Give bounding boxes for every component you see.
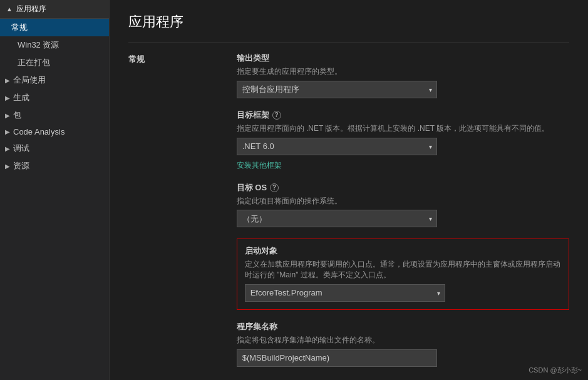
sidebar-group-arrow: ▶ — [5, 163, 10, 170]
sidebar-item-debug[interactable]: ▶ 调试 — [0, 140, 109, 157]
target-framework-wrapper: .NET 6.0 .NET 5.0 .NET Core 3.1 ▾ — [237, 138, 437, 155]
divider — [128, 43, 569, 43]
section-label: 常规 — [128, 53, 168, 371]
sidebar-collapse-arrow: ▲ — [6, 6, 13, 13]
sidebar: ▲ 应用程序 常规 Win32 资源 正在打包 ▶ 全局使用 ▶ 生成 ▶ 包 … — [0, 0, 110, 380]
target-os-title: 目标 OS ? — [237, 182, 569, 193]
startup-object-title: 启动对象 — [245, 245, 561, 257]
target-framework-title: 目标框架 ? — [237, 110, 569, 121]
target-framework-help-icon[interactable]: ? — [272, 111, 281, 120]
assembly-name-input[interactable] — [237, 349, 437, 367]
target-framework-select[interactable]: .NET 6.0 .NET 5.0 .NET Core 3.1 — [237, 138, 437, 155]
target-framework-desc: 指定应用程序面向的 .NET 版本。根据计算机上安装的 .NET 版本，此选项可… — [237, 123, 569, 134]
assembly-name-title: 程序集名称 — [237, 321, 569, 332]
sidebar-group-arrow: ▶ — [5, 112, 10, 119]
output-type-select[interactable]: 控制台应用程序 Windows 应用程序 类库 — [237, 81, 437, 98]
sidebar-group-arrow: ▶ — [5, 77, 10, 84]
sidebar-item-package[interactable]: ▶ 包 — [0, 106, 109, 124]
sidebar-item-global[interactable]: ▶ 全局使用 — [0, 71, 109, 89]
assembly-name-field: 程序集名称 指定将包含程序集清单的输出文件的名称。 — [237, 321, 569, 367]
target-framework-field: 目标框架 ? 指定应用程序面向的 .NET 版本。根据计算机上安装的 .NET … — [237, 110, 569, 171]
output-type-wrapper: 控制台应用程序 Windows 应用程序 类库 ▾ — [237, 81, 437, 98]
target-os-desc: 指定此项目将面向的操作系统。 — [237, 196, 569, 207]
output-type-title: 输出类型 — [237, 53, 569, 64]
sidebar-item-resources[interactable]: ▶ 资源 — [0, 157, 109, 175]
sidebar-item-build[interactable]: ▶ 生成 — [0, 89, 109, 106]
sidebar-item-win32[interactable]: Win32 资源 — [0, 36, 109, 54]
sidebar-group-arrow: ▶ — [5, 128, 10, 135]
watermark: CSDN @彭小彭~ — [529, 366, 582, 375]
startup-object-wrapper: EfcoreTest.Program （未设置） ▾ — [245, 284, 445, 302]
sidebar-header[interactable]: ▲ 应用程序 — [0, 0, 109, 19]
page-title: 应用程序 — [128, 13, 569, 31]
section-fields: 输出类型 指定要生成的应用程序的类型。 控制台应用程序 Windows 应用程序… — [237, 53, 569, 378]
output-type-field: 输出类型 指定要生成的应用程序的类型。 控制台应用程序 Windows 应用程序… — [237, 53, 569, 98]
output-type-desc: 指定要生成的应用程序的类型。 — [237, 66, 569, 77]
target-os-help-icon[interactable]: ? — [270, 183, 279, 192]
assembly-name-desc: 指定将包含程序集清单的输出文件的名称。 — [237, 335, 569, 346]
target-os-select[interactable]: （无） Windows Linux macOS — [237, 210, 437, 227]
main-content: 应用程序 常规 输出类型 指定要生成的应用程序的类型。 控制台应用程序 Wind… — [110, 0, 588, 380]
sidebar-group-arrow: ▶ — [5, 145, 10, 152]
sidebar-item-packing[interactable]: 正在打包 — [0, 54, 109, 71]
sidebar-item-code-analysis[interactable]: ▶ Code Analysis — [0, 124, 109, 140]
general-section: 常规 输出类型 指定要生成的应用程序的类型。 控制台应用程序 Windows 应… — [128, 53, 569, 378]
startup-object-field: 启动对象 定义在加载应用程序时要调用的入口点。通常，此项设置为应用程序中的主窗体… — [237, 239, 569, 310]
install-framework-link[interactable]: 安装其他框架 — [237, 161, 282, 170]
sidebar-title-label: 应用程序 — [16, 4, 46, 14]
startup-object-desc: 定义在加载应用程序时要调用的入口点。通常，此项设置为应用程序中的主窗体或应用程序… — [245, 259, 561, 280]
sidebar-group-arrow: ▶ — [5, 95, 10, 101]
startup-object-select[interactable]: EfcoreTest.Program （未设置） — [245, 284, 445, 302]
target-os-wrapper: （无） Windows Linux macOS ▾ — [237, 210, 437, 227]
target-os-field: 目标 OS ? 指定此项目将面向的操作系统。 （无） Windows Linux… — [237, 182, 569, 228]
sidebar-item-general[interactable]: 常规 — [0, 19, 109, 36]
